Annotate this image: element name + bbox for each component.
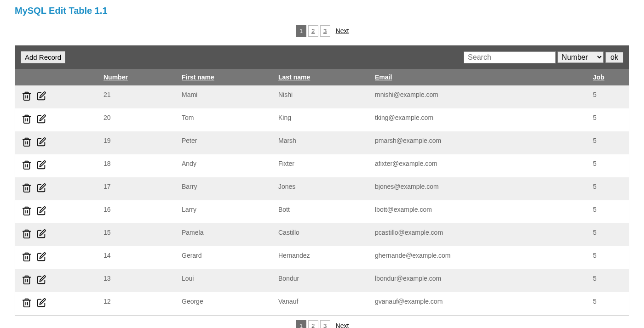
cell-email: lbott@example.com <box>369 200 587 223</box>
cell-job: 5 <box>587 177 629 200</box>
cell-job: 5 <box>587 85 629 108</box>
pagination-top: 123Next <box>15 25 629 37</box>
page-button-1[interactable]: 1 <box>296 25 306 37</box>
edit-icon[interactable] <box>36 298 46 308</box>
column-header-number[interactable]: Number <box>104 74 128 81</box>
cell-number: 12 <box>98 292 176 315</box>
cell-last-name: King <box>273 108 369 131</box>
table-body: 21MamiNishimnishi@example.com520TomKingt… <box>15 85 629 315</box>
edit-icon[interactable] <box>36 206 46 216</box>
cell-job: 5 <box>587 200 629 223</box>
cell-first-name: Gerard <box>176 246 273 269</box>
cell-job: 5 <box>587 269 629 292</box>
cell-email: tking@example.com <box>369 108 587 131</box>
page-button-2[interactable]: 2 <box>308 25 318 37</box>
search-ok-button[interactable]: ok <box>605 52 623 63</box>
edit-icon[interactable] <box>36 160 46 170</box>
column-header-email[interactable]: Email <box>375 74 392 81</box>
delete-icon[interactable] <box>22 275 32 285</box>
cell-first-name: Loui <box>176 269 273 292</box>
delete-icon[interactable] <box>22 137 32 147</box>
table-row: 15PamelaCastillopcastillo@example.com5 <box>15 223 629 246</box>
cell-number: 13 <box>98 269 176 292</box>
cell-last-name: Castillo <box>273 223 369 246</box>
table-row: 14GerardHernandezghernande@example.com5 <box>15 246 629 269</box>
cell-first-name: Larry <box>176 200 273 223</box>
column-header-last-name[interactable]: Last name <box>278 74 310 81</box>
delete-icon[interactable] <box>22 229 32 239</box>
search-input[interactable] <box>464 51 556 63</box>
cell-first-name: Mami <box>176 85 273 108</box>
cell-job: 5 <box>587 108 629 131</box>
pagination-bottom: 123Next <box>15 320 629 328</box>
cell-first-name: Andy <box>176 154 273 177</box>
column-header-first-name[interactable]: First name <box>182 74 214 81</box>
page-title: MySQL Edit Table 1.1 <box>15 6 629 16</box>
table-row: 12GeorgeVanaufgvanauf@example.com5 <box>15 292 629 315</box>
cell-job: 5 <box>587 154 629 177</box>
cell-last-name: Bondur <box>273 269 369 292</box>
cell-email: mnishi@example.com <box>369 85 587 108</box>
cell-email: bjones@example.com <box>369 177 587 200</box>
page-button-3[interactable]: 3 <box>320 25 330 37</box>
cell-email: pcastillo@example.com <box>369 223 587 246</box>
next-page-link[interactable]: Next <box>336 322 349 328</box>
cell-first-name: Tom <box>176 108 273 131</box>
table-container: Add Record NumberFirst nameLast nameEmai… <box>15 45 629 316</box>
table-row: 18AndyFixterafixter@example.com5 <box>15 154 629 177</box>
column-header-job[interactable]: Job <box>593 74 604 81</box>
delete-icon[interactable] <box>22 91 32 101</box>
cell-first-name: George <box>176 292 273 315</box>
edit-icon[interactable] <box>36 137 46 147</box>
delete-icon[interactable] <box>22 298 32 308</box>
cell-number: 17 <box>98 177 176 200</box>
cell-number: 14 <box>98 246 176 269</box>
cell-first-name: Barry <box>176 177 273 200</box>
cell-job: 5 <box>587 131 629 154</box>
cell-email: pmarsh@example.com <box>369 131 587 154</box>
column-header-actions <box>15 69 98 85</box>
next-page-link[interactable]: Next <box>336 27 349 34</box>
table-row: 13LouiBondurlbondur@example.com5 <box>15 269 629 292</box>
cell-job: 5 <box>587 292 629 315</box>
table-row: 19PeterMarshpmarsh@example.com5 <box>15 131 629 154</box>
delete-icon[interactable] <box>22 160 32 170</box>
cell-last-name: Hernandez <box>273 246 369 269</box>
cell-number: 20 <box>98 108 176 131</box>
search-field-select[interactable]: NumberFirst nameLast nameEmailJob <box>558 51 604 63</box>
edit-icon[interactable] <box>36 183 46 193</box>
cell-email: lbondur@example.com <box>369 269 587 292</box>
cell-first-name: Pamela <box>176 223 273 246</box>
cell-last-name: Marsh <box>273 131 369 154</box>
delete-icon[interactable] <box>22 252 32 262</box>
cell-email: afixter@example.com <box>369 154 587 177</box>
edit-icon[interactable] <box>36 229 46 239</box>
cell-number: 16 <box>98 200 176 223</box>
data-table: Number First name Last name Email Job 21… <box>15 69 629 315</box>
edit-icon[interactable] <box>36 91 46 101</box>
page-button-1[interactable]: 1 <box>296 320 306 328</box>
toolbar: Add Record NumberFirst nameLast nameEmai… <box>15 45 629 69</box>
page-button-2[interactable]: 2 <box>308 320 318 328</box>
cell-last-name: Jones <box>273 177 369 200</box>
edit-icon[interactable] <box>36 252 46 262</box>
cell-last-name: Nishi <box>273 85 369 108</box>
add-record-button[interactable]: Add Record <box>21 51 65 63</box>
table-row: 16LarryBottlbott@example.com5 <box>15 200 629 223</box>
table-row: 17BarryJonesbjones@example.com5 <box>15 177 629 200</box>
cell-number: 15 <box>98 223 176 246</box>
cell-email: ghernande@example.com <box>369 246 587 269</box>
page-button-3[interactable]: 3 <box>320 320 330 328</box>
table-row: 20TomKingtking@example.com5 <box>15 108 629 131</box>
cell-last-name: Vanauf <box>273 292 369 315</box>
cell-last-name: Bott <box>273 200 369 223</box>
cell-number: 19 <box>98 131 176 154</box>
edit-icon[interactable] <box>36 114 46 124</box>
delete-icon[interactable] <box>22 206 32 216</box>
cell-number: 21 <box>98 85 176 108</box>
delete-icon[interactable] <box>22 114 32 124</box>
edit-icon[interactable] <box>36 275 46 285</box>
delete-icon[interactable] <box>22 183 32 193</box>
cell-last-name: Fixter <box>273 154 369 177</box>
cell-email: gvanauf@example.com <box>369 292 587 315</box>
